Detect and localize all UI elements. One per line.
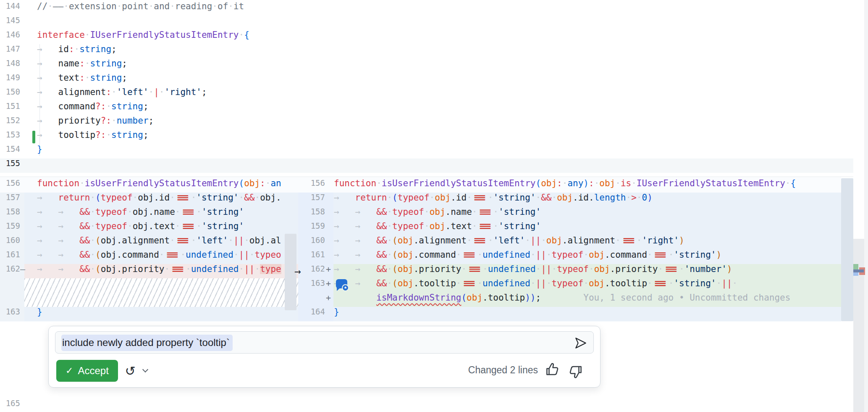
ruler-mark-selection xyxy=(853,272,858,276)
inline-diff-zone: 156function·isUserFriendlyStatusItemEntr… xyxy=(0,177,853,322)
line-number: 162 xyxy=(0,264,20,278)
code-line[interactable]: 156function·isUserFriendlyStatusItemEntr… xyxy=(0,178,298,193)
line-number: 152 xyxy=(0,116,20,130)
code-line[interactable]: 158→ → &&·typeof·obj.name·≡·'string' xyxy=(0,207,298,221)
line-number: 146 xyxy=(0,30,20,44)
editor-scrollbar-track[interactable] xyxy=(864,0,868,412)
ruler-mark-added xyxy=(853,264,858,270)
code-text: → → &&·typeof·obj.name·≡·'string' xyxy=(334,207,541,221)
line-number: 145 xyxy=(0,16,20,30)
code-text: → text:·string; xyxy=(37,73,127,87)
discard-undo-button[interactable]: ↺ xyxy=(121,362,139,380)
diff-right-scrollbar[interactable] xyxy=(841,178,853,321)
inline-chat-bubble-icon[interactable]: ★ xyxy=(336,278,351,293)
code-line[interactable]: 158→ → &&·typeof·obj.name·≡·'string' xyxy=(298,207,841,221)
line-number: 153 xyxy=(0,130,20,144)
code-line[interactable]: 145 xyxy=(0,16,868,30)
diff-line-marker xyxy=(20,250,30,264)
code-line[interactable]: 164} xyxy=(298,307,841,321)
code-text: → → &&·(obj.tooltip·≡·undefined·||·typeo… xyxy=(334,278,737,293)
line-number: 159 xyxy=(298,221,325,235)
code-text: → name:·string; xyxy=(37,58,127,73)
code-line[interactable]: 160→ → &&·(obj.alignment·≡·'left'·||·obj… xyxy=(298,235,841,250)
line-number: 159 xyxy=(0,221,20,235)
thumbs-down-icon[interactable] xyxy=(568,364,583,379)
line-number: 156 xyxy=(298,178,325,193)
chat-input-text[interactable]: include newly added property `tooltip` xyxy=(61,335,233,350)
line-number: 158 xyxy=(298,207,325,221)
diff-line-marker xyxy=(20,193,30,207)
code-text: → → &&·(obj.priority·≡·undefined·||·type… xyxy=(334,264,732,278)
code-text: → → &&·(obj.priority·≡·undefined·||·type xyxy=(37,264,281,278)
check-icon: ✓ xyxy=(66,365,73,376)
chat-input[interactable]: include newly added property `tooltip` xyxy=(55,331,594,354)
code-line[interactable]: 147→ id:·string; xyxy=(0,44,868,58)
code-line[interactable]: 163+→ → &&·(obj.tooltip·≡·undefined·||·t… xyxy=(298,278,841,293)
line-number: 154 xyxy=(0,144,20,158)
code-line[interactable]: 156function·isUserFriendlyStatusItemEntr… xyxy=(298,178,841,193)
code-line[interactable]: 150→ alignment:·'left'·|·'right'; xyxy=(0,87,868,101)
code-line[interactable]: 152→ priority?:·number; xyxy=(0,116,868,130)
code-line[interactable]: 144//·——·extension·point·and·reading·of·… xyxy=(0,1,868,16)
line-number: 150 xyxy=(0,87,20,101)
code-line[interactable]: 165 xyxy=(0,399,868,412)
diff-line-marker xyxy=(326,221,334,235)
code-line[interactable]: 162—→ → &&·(obj.priority·≡·undefined·||·… xyxy=(0,264,298,278)
code-line[interactable]: 148→ name:·string; xyxy=(0,58,868,73)
code-line[interactable]: 159→ → &&·typeof·obj.text·≡·'string' xyxy=(298,221,841,235)
line-number: 151 xyxy=(0,101,20,116)
code-line[interactable]: 157→ return·(typeof·obj.id·≡·'string'·&&… xyxy=(0,193,298,207)
diff-line-marker: + xyxy=(326,264,334,278)
code-text: → → &&·(obj.alignment·≡·'left'·||·obj.al… xyxy=(334,235,684,250)
thumbs-up-icon[interactable] xyxy=(545,362,560,377)
code-line[interactable]: 153→ tooltip?:·string; xyxy=(0,130,868,144)
change-arrow-icon[interactable]: → xyxy=(294,264,311,278)
code-text: → → &&·typeof·obj.text·≡·'string' xyxy=(37,221,244,235)
code-line[interactable]: 162+→ → &&·(obj.priority·≡·undefined·||·… xyxy=(298,264,841,278)
code-line[interactable]: 161→ → &&·(obj.command·≡·undefined·||·ty… xyxy=(298,250,841,264)
code-text: → command?:·string; xyxy=(37,101,149,116)
line-number xyxy=(298,293,325,307)
code-text: → return·(typeof·obj.id·≡·'string'·&&·ob… xyxy=(37,193,281,207)
diff-line-marker: + xyxy=(326,293,334,307)
code-text: function·isUserFriendlyStatusItemEntry(o… xyxy=(334,178,796,193)
line-number: 160 xyxy=(298,235,325,250)
code-line[interactable]: 151→ command?:·string; xyxy=(0,101,868,116)
line-number: 163 xyxy=(0,307,20,321)
line-number: 161 xyxy=(298,250,325,264)
code-line[interactable]: 154} xyxy=(0,144,868,158)
code-text: → priority?:·number; xyxy=(37,116,154,130)
code-line[interactable]: + isMarkdownString(obj.tooltip)); You, 1… xyxy=(298,293,841,307)
chevron-down-icon[interactable] xyxy=(143,367,147,372)
diff-line-marker xyxy=(20,178,30,193)
send-icon[interactable] xyxy=(574,336,587,350)
code-text: → → &&·typeof·obj.name·≡·'string' xyxy=(37,207,244,221)
code-line[interactable]: 159→ → &&·typeof·obj.text·≡·'string' xyxy=(0,221,298,235)
code-text: interface·IUserFriendlyStatusItemEntry·{ xyxy=(37,30,249,44)
code-line[interactable]: 146interface·IUserFriendlyStatusItemEntr… xyxy=(0,30,868,44)
code-line[interactable]: 149→ text:·string; xyxy=(0,73,868,87)
diff-line-marker xyxy=(20,221,30,235)
code-line[interactable]: 161→ → &&·(obj.command·≡·undefined·||·ty… xyxy=(0,250,298,264)
code-text: → → &&·(obj.command·≡·undefined·||·typeo… xyxy=(334,250,721,264)
code-line[interactable]: 157→ return·(typeof·obj.id·≡·'string'·&&… xyxy=(298,193,841,207)
line-number: 149 xyxy=(0,73,20,87)
diff-modified-pane: 156function·isUserFriendlyStatusItemEntr… xyxy=(298,177,841,322)
code-text: } xyxy=(37,307,42,321)
line-number: 161 xyxy=(0,250,20,264)
line-number: 160 xyxy=(0,235,20,250)
diff-line-marker xyxy=(326,235,334,250)
code-line[interactable]: 160→ → &&·(obj.alignment·≡·'left'·||·obj… xyxy=(0,235,298,250)
line-number: 156 xyxy=(0,178,20,193)
code-line[interactable]: 163} xyxy=(0,307,298,321)
diff-line-marker xyxy=(20,207,30,221)
diff-original-pane: 156function·isUserFriendlyStatusItemEntr… xyxy=(0,177,298,322)
editor-window: 144//·——·extension·point·and·reading·of·… xyxy=(0,0,868,412)
line-number: 147 xyxy=(0,44,20,58)
line-number: 148 xyxy=(0,58,20,73)
changed-lines-label: Changed 2 lines xyxy=(468,364,538,376)
code-line[interactable]: 155 xyxy=(0,158,868,173)
accept-button[interactable]: ✓ Accept xyxy=(56,360,118,382)
accept-button-label: Accept xyxy=(78,365,108,377)
diff-line-marker xyxy=(326,207,334,221)
